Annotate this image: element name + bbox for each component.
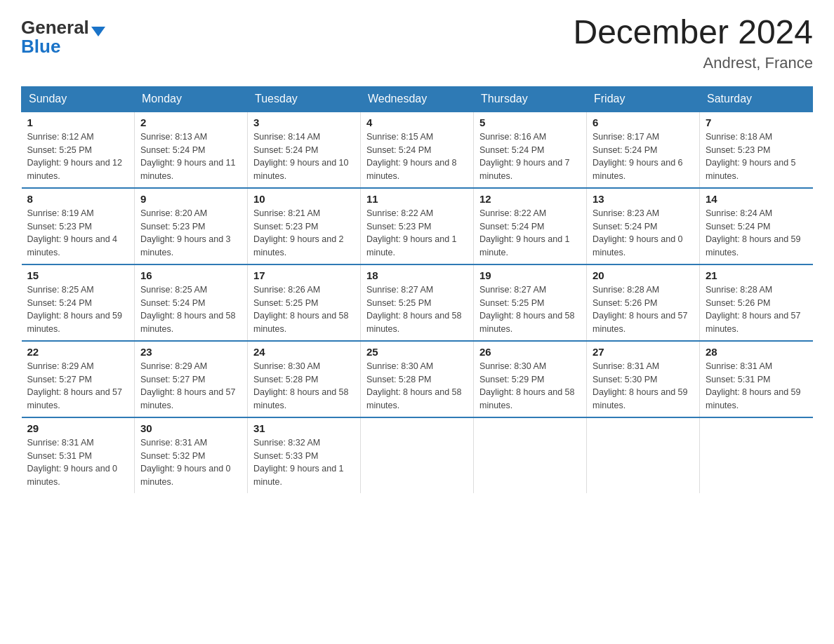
calendar-cell: 24Sunrise: 8:30 AMSunset: 5:28 PMDayligh…	[248, 341, 361, 417]
calendar-week-2: 8Sunrise: 8:19 AMSunset: 5:23 PMDaylight…	[22, 188, 813, 264]
calendar-cell: 12Sunrise: 8:22 AMSunset: 5:24 PMDayligh…	[474, 188, 587, 264]
calendar-cell: 3Sunrise: 8:14 AMSunset: 5:24 PMDaylight…	[248, 112, 361, 188]
calendar-cell: 27Sunrise: 8:31 AMSunset: 5:30 PMDayligh…	[587, 341, 700, 417]
day-number: 26	[479, 346, 581, 358]
calendar-cell: 6Sunrise: 8:17 AMSunset: 5:24 PMDaylight…	[587, 112, 700, 188]
day-info: Sunrise: 8:25 AMSunset: 5:24 PMDaylight:…	[140, 283, 241, 336]
weekday-header-tuesday: Tuesday	[248, 86, 361, 112]
day-info: Sunrise: 8:27 AMSunset: 5:25 PMDaylight:…	[479, 283, 581, 336]
day-number: 8	[27, 193, 129, 205]
calendar-cell: 29Sunrise: 8:31 AMSunset: 5:31 PMDayligh…	[22, 417, 135, 493]
day-info: Sunrise: 8:30 AMSunset: 5:28 PMDaylight:…	[253, 360, 355, 412]
day-info: Sunrise: 8:14 AMSunset: 5:24 PMDaylight:…	[253, 130, 355, 183]
calendar-cell: 13Sunrise: 8:23 AMSunset: 5:24 PMDayligh…	[587, 188, 700, 264]
svg-marker-1	[91, 27, 105, 36]
day-number: 18	[366, 269, 468, 281]
day-info: Sunrise: 8:31 AMSunset: 5:31 PMDaylight:…	[706, 360, 807, 412]
calendar-cell: 26Sunrise: 8:30 AMSunset: 5:29 PMDayligh…	[474, 341, 587, 417]
calendar-cell: 21Sunrise: 8:28 AMSunset: 5:26 PMDayligh…	[700, 264, 813, 341]
day-number: 2	[140, 116, 241, 128]
day-info: Sunrise: 8:23 AMSunset: 5:24 PMDaylight:…	[593, 207, 694, 260]
svg-text:General: General	[21, 17, 89, 38]
calendar-cell: 2Sunrise: 8:13 AMSunset: 5:24 PMDaylight…	[135, 112, 248, 188]
calendar-cell: 22Sunrise: 8:29 AMSunset: 5:27 PMDayligh…	[22, 341, 135, 417]
day-info: Sunrise: 8:21 AMSunset: 5:23 PMDaylight:…	[253, 207, 355, 260]
day-number: 31	[253, 422, 355, 434]
weekday-header-monday: Monday	[135, 86, 248, 112]
day-number: 23	[140, 346, 241, 358]
day-number: 9	[140, 193, 241, 205]
calendar-cell: 23Sunrise: 8:29 AMSunset: 5:27 PMDayligh…	[135, 341, 248, 417]
day-number: 19	[479, 269, 581, 281]
calendar-cell: 19Sunrise: 8:27 AMSunset: 5:25 PMDayligh…	[474, 264, 587, 341]
weekday-header-friday: Friday	[587, 86, 700, 112]
day-info: Sunrise: 8:28 AMSunset: 5:26 PMDaylight:…	[593, 283, 694, 336]
day-number: 3	[253, 116, 355, 128]
day-number: 24	[253, 346, 355, 358]
calendar-cell: 5Sunrise: 8:16 AMSunset: 5:24 PMDaylight…	[474, 112, 587, 188]
day-info: Sunrise: 8:31 AMSunset: 5:30 PMDaylight:…	[593, 360, 694, 412]
calendar-cell: 9Sunrise: 8:20 AMSunset: 5:23 PMDaylight…	[135, 188, 248, 264]
day-info: Sunrise: 8:15 AMSunset: 5:24 PMDaylight:…	[366, 130, 468, 183]
calendar-week-3: 15Sunrise: 8:25 AMSunset: 5:24 PMDayligh…	[22, 264, 813, 341]
calendar-cell	[474, 417, 587, 493]
day-number: 22	[27, 346, 129, 358]
calendar-header: SundayMondayTuesdayWednesdayThursdayFrid…	[22, 86, 813, 112]
calendar-week-1: 1Sunrise: 8:12 AMSunset: 5:25 PMDaylight…	[22, 112, 813, 188]
svg-text:Blue: Blue	[21, 36, 60, 56]
day-number: 25	[366, 346, 468, 358]
day-info: Sunrise: 8:28 AMSunset: 5:26 PMDaylight:…	[706, 283, 807, 336]
calendar-cell: 14Sunrise: 8:24 AMSunset: 5:24 PMDayligh…	[700, 188, 813, 264]
day-number: 17	[253, 269, 355, 281]
weekday-header-saturday: Saturday	[700, 86, 813, 112]
day-number: 28	[706, 346, 807, 358]
day-info: Sunrise: 8:27 AMSunset: 5:25 PMDaylight:…	[366, 283, 468, 336]
calendar-cell: 7Sunrise: 8:18 AMSunset: 5:23 PMDaylight…	[700, 112, 813, 188]
calendar-cell: 17Sunrise: 8:26 AMSunset: 5:25 PMDayligh…	[248, 264, 361, 341]
page-title: December 2024	[573, 14, 813, 51]
weekday-header-wednesday: Wednesday	[361, 86, 474, 112]
weekday-header-sunday: Sunday	[22, 86, 135, 112]
day-info: Sunrise: 8:22 AMSunset: 5:24 PMDaylight:…	[479, 207, 581, 260]
calendar-cell	[587, 417, 700, 493]
calendar-cell	[700, 417, 813, 493]
logo: General Blue	[21, 14, 119, 59]
day-info: Sunrise: 8:31 AMSunset: 5:32 PMDaylight:…	[140, 436, 241, 489]
day-info: Sunrise: 8:13 AMSunset: 5:24 PMDaylight:…	[140, 130, 241, 183]
day-info: Sunrise: 8:29 AMSunset: 5:27 PMDaylight:…	[27, 360, 129, 412]
calendar-table: SundayMondayTuesdayWednesdayThursdayFrid…	[21, 86, 813, 493]
calendar-cell: 11Sunrise: 8:22 AMSunset: 5:23 PMDayligh…	[361, 188, 474, 264]
calendar-cell	[361, 417, 474, 493]
day-number: 30	[140, 422, 241, 434]
day-number: 1	[27, 116, 129, 128]
calendar-cell: 16Sunrise: 8:25 AMSunset: 5:24 PMDayligh…	[135, 264, 248, 341]
day-info: Sunrise: 8:17 AMSunset: 5:24 PMDaylight:…	[593, 130, 694, 183]
weekday-header-row: SundayMondayTuesdayWednesdayThursdayFrid…	[22, 86, 813, 112]
calendar-cell: 31Sunrise: 8:32 AMSunset: 5:33 PMDayligh…	[248, 417, 361, 493]
calendar-cell: 10Sunrise: 8:21 AMSunset: 5:23 PMDayligh…	[248, 188, 361, 264]
day-number: 21	[706, 269, 807, 281]
calendar-cell: 15Sunrise: 8:25 AMSunset: 5:24 PMDayligh…	[22, 264, 135, 341]
page-subtitle: Andrest, France	[573, 54, 813, 72]
calendar-cell: 25Sunrise: 8:30 AMSunset: 5:28 PMDayligh…	[361, 341, 474, 417]
calendar-cell: 4Sunrise: 8:15 AMSunset: 5:24 PMDaylight…	[361, 112, 474, 188]
day-info: Sunrise: 8:24 AMSunset: 5:24 PMDaylight:…	[706, 207, 807, 260]
day-info: Sunrise: 8:30 AMSunset: 5:28 PMDaylight:…	[366, 360, 468, 412]
day-info: Sunrise: 8:30 AMSunset: 5:29 PMDaylight:…	[479, 360, 581, 412]
calendar-cell: 8Sunrise: 8:19 AMSunset: 5:23 PMDaylight…	[22, 188, 135, 264]
calendar-week-4: 22Sunrise: 8:29 AMSunset: 5:27 PMDayligh…	[22, 341, 813, 417]
calendar-cell: 30Sunrise: 8:31 AMSunset: 5:32 PMDayligh…	[135, 417, 248, 493]
day-number: 7	[706, 116, 807, 128]
day-number: 15	[27, 269, 129, 281]
day-info: Sunrise: 8:26 AMSunset: 5:25 PMDaylight:…	[253, 283, 355, 336]
day-number: 27	[593, 346, 694, 358]
page-header: General Blue December 2024 Andrest, Fran…	[21, 14, 813, 72]
day-number: 29	[27, 422, 129, 434]
day-number: 6	[593, 116, 694, 128]
day-info: Sunrise: 8:22 AMSunset: 5:23 PMDaylight:…	[366, 207, 468, 260]
day-number: 5	[479, 116, 581, 128]
calendar-body: 1Sunrise: 8:12 AMSunset: 5:25 PMDaylight…	[22, 112, 813, 493]
day-info: Sunrise: 8:19 AMSunset: 5:23 PMDaylight:…	[27, 207, 129, 260]
day-info: Sunrise: 8:18 AMSunset: 5:23 PMDaylight:…	[706, 130, 807, 183]
day-number: 12	[479, 193, 581, 205]
